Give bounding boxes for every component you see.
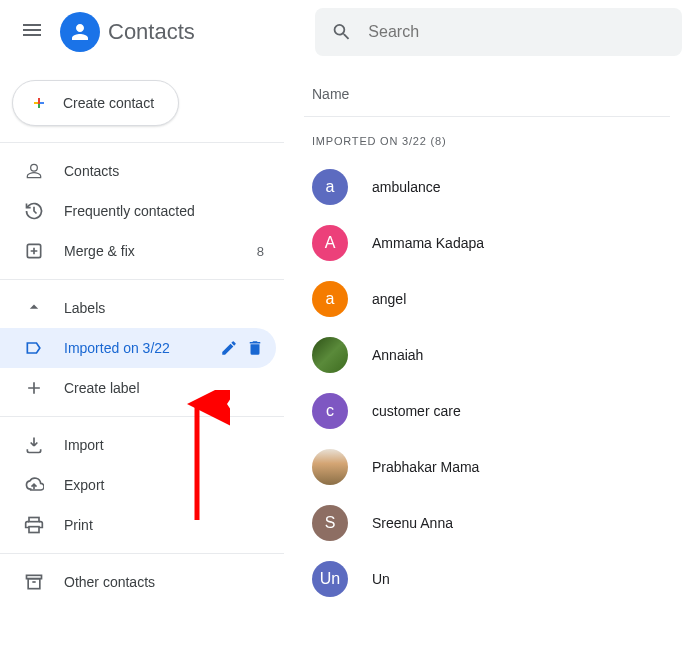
hamburger-menu-icon[interactable]	[8, 6, 56, 58]
contact-row[interactable]: Annaiah	[304, 327, 690, 383]
contact-name: Ammama Kadapa	[372, 235, 484, 251]
contact-row[interactable]: Prabhakar Mama	[304, 439, 690, 495]
contact-name: customer care	[372, 403, 461, 419]
avatar: a	[312, 169, 348, 205]
nav-merge-fix[interactable]: Merge & fix 8	[0, 231, 276, 271]
contact-name: Un	[372, 571, 390, 587]
contact-name: Sreenu Anna	[372, 515, 453, 531]
nav-label: Merge & fix	[64, 243, 257, 259]
nav-export[interactable]: Export	[0, 465, 276, 505]
label-icon	[24, 338, 44, 358]
svg-rect-1	[40, 102, 44, 104]
plus-icon	[24, 378, 44, 398]
avatar: Un	[312, 561, 348, 597]
import-icon	[24, 435, 44, 455]
column-header-name: Name	[304, 72, 670, 117]
contact-name: Prabhakar Mama	[372, 459, 479, 475]
plus-icon	[27, 91, 51, 115]
avatar: a	[312, 281, 348, 317]
nav-label: Contacts	[64, 163, 264, 179]
svg-rect-3	[34, 102, 38, 104]
nav-create-label[interactable]: Create label	[0, 368, 276, 408]
nav-import[interactable]: Import	[0, 425, 276, 465]
print-icon	[24, 515, 44, 535]
svg-rect-2	[38, 104, 40, 108]
app-title: Contacts	[108, 19, 195, 45]
contact-name: ambulance	[372, 179, 441, 195]
contacts-logo	[60, 12, 100, 52]
svg-rect-9	[28, 579, 40, 589]
export-icon	[24, 475, 44, 495]
avatar: A	[312, 225, 348, 261]
nav-label: Print	[64, 517, 264, 533]
nav-print[interactable]: Print	[0, 505, 276, 545]
nav-count: 8	[257, 244, 264, 259]
contact-row[interactable]: aambulance	[304, 159, 690, 215]
person-icon	[24, 161, 44, 181]
contact-row[interactable]: aangel	[304, 271, 690, 327]
nav-label: Other contacts	[64, 574, 264, 590]
nav-label: Create label	[64, 380, 264, 396]
nav-label: Imported on 3/22	[64, 340, 220, 356]
nav-frequently-contacted[interactable]: Frequently contacted	[0, 191, 276, 231]
nav-other-contacts[interactable]: Other contacts	[0, 562, 276, 602]
avatar	[312, 337, 348, 373]
trash-icon[interactable]	[246, 339, 264, 357]
svg-rect-6	[29, 518, 39, 522]
history-icon	[24, 201, 44, 221]
nav-contacts[interactable]: Contacts	[0, 151, 276, 191]
contact-name: Annaiah	[372, 347, 423, 363]
svg-rect-4	[38, 102, 40, 104]
nav-label: Import	[64, 437, 264, 453]
contact-row[interactable]: AAmmama Kadapa	[304, 215, 690, 271]
svg-rect-0	[38, 98, 40, 102]
avatar: S	[312, 505, 348, 541]
contact-row[interactable]: SSreenu Anna	[304, 495, 690, 551]
contact-name: angel	[372, 291, 406, 307]
pencil-icon[interactable]	[220, 339, 238, 357]
contact-row[interactable]: ccustomer care	[304, 383, 690, 439]
svg-rect-7	[29, 527, 39, 533]
nav-label: Frequently contacted	[64, 203, 264, 219]
archive-icon	[24, 572, 44, 592]
search-icon	[331, 20, 352, 44]
search-input[interactable]	[368, 23, 666, 41]
label-imported[interactable]: Imported on 3/22	[0, 328, 276, 368]
merge-icon	[24, 241, 44, 261]
avatar	[312, 449, 348, 485]
sidebar: Create contact Contacts Frequently conta…	[0, 0, 284, 657]
search-bar[interactable]	[315, 8, 682, 56]
nav-label: Export	[64, 477, 264, 493]
labels-header-label: Labels	[64, 300, 105, 316]
create-contact-button[interactable]: Create contact	[12, 80, 179, 126]
avatar: c	[312, 393, 348, 429]
contact-row[interactable]: UnUn	[304, 551, 690, 607]
create-contact-label: Create contact	[63, 95, 154, 111]
main-content: Name IMPORTED ON 3/22 (8) aambulanceAAmm…	[284, 0, 690, 657]
group-label: IMPORTED ON 3/22 (8)	[304, 117, 690, 159]
chevron-up-icon	[24, 297, 44, 320]
labels-section-header[interactable]: Labels	[0, 288, 284, 328]
